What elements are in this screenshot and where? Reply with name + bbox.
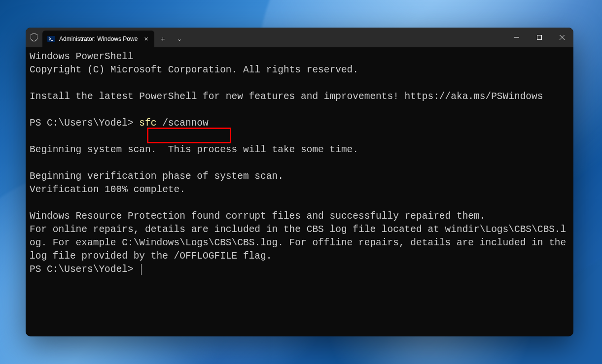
admin-shield-icon	[26, 28, 42, 47]
output-line: Install the latest PowerShell for new fe…	[30, 91, 543, 102]
output-line: Beginning system scan. This process will…	[30, 144, 358, 155]
output-line: For online repairs, details are included…	[30, 224, 572, 262]
maximize-button[interactable]	[528, 28, 551, 47]
prompt-prefix: PS C:\Users\Yodel>	[30, 118, 139, 129]
titlebar[interactable]: Administrator: Windows Powe ✕ + ⌄	[26, 28, 573, 47]
tab-close-button[interactable]: ✕	[142, 34, 150, 43]
output-line: Windows PowerShell	[30, 51, 134, 62]
text-cursor	[141, 264, 142, 275]
close-window-button[interactable]	[551, 28, 573, 47]
terminal-window: Administrator: Windows Powe ✕ + ⌄ Window…	[26, 28, 573, 336]
window-controls	[505, 28, 573, 47]
plus-icon: +	[161, 35, 165, 43]
new-tab-button[interactable]: +	[154, 31, 171, 47]
svg-rect-2	[537, 35, 542, 40]
tab-title: Administrator: Windows Powe	[59, 35, 138, 42]
minimize-button[interactable]	[505, 28, 528, 47]
chevron-down-icon: ⌄	[177, 35, 182, 42]
command-argument: /scannow	[156, 118, 208, 129]
output-line: Copyright (C) Microsoft Corporation. All…	[30, 65, 358, 75]
annotation-highlight-box	[147, 128, 231, 143]
command-executable: sfc	[139, 118, 156, 129]
output-line: Windows Resource Protection found corrup…	[30, 211, 485, 222]
output-line: Beginning verification phase of system s…	[30, 171, 283, 182]
output-line: Verification 100% complete.	[30, 184, 185, 195]
tab-dropdown-button[interactable]: ⌄	[171, 31, 188, 47]
titlebar-drag-area[interactable]	[188, 28, 505, 47]
prompt-prefix: PS C:\Users\Yodel>	[30, 264, 139, 275]
powershell-icon	[47, 35, 55, 43]
tab-active[interactable]: Administrator: Windows Powe ✕	[42, 31, 154, 47]
terminal-content[interactable]: Windows PowerShell Copyright (C) Microso…	[26, 47, 573, 336]
